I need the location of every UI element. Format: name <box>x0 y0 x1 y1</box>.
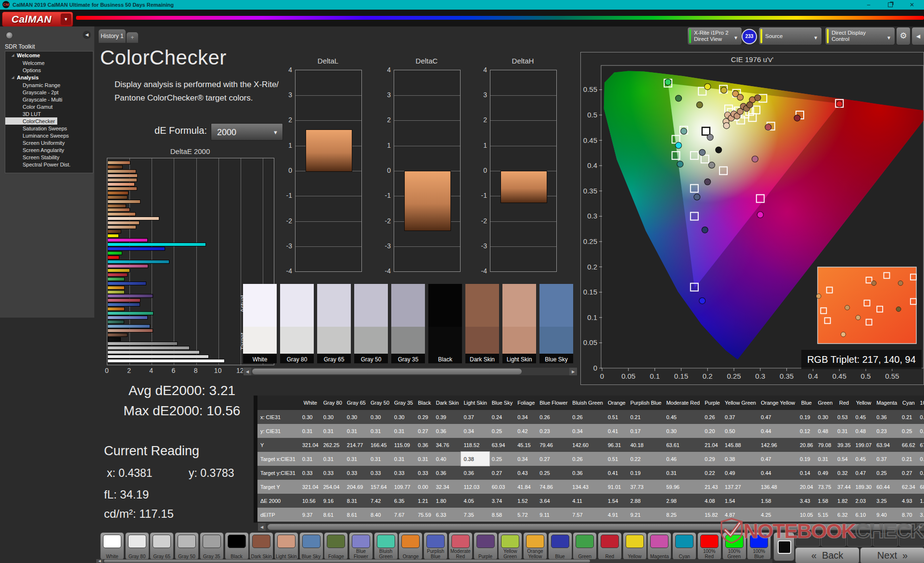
patch-button-yellow-green[interactable]: Yellow Green <box>498 532 522 560</box>
swatch-light-skin[interactable]: Light Skin <box>502 284 536 363</box>
swatch-comparison-strip: WhiteGray 80Gray 65Gray 50Gray 35BlackDa… <box>243 284 577 363</box>
next-button[interactable]: Next » <box>860 547 924 563</box>
sidebar-item-color-gamut[interactable]: Color Gamut <box>5 103 93 110</box>
scroll-right-icon[interactable]: ▶ <box>917 523 924 531</box>
svg-text:0.05: 0.05 <box>621 372 635 380</box>
patch-label: Gray 80 <box>126 548 148 559</box>
swatch-white[interactable]: White <box>243 284 277 363</box>
read-control-button-5[interactable] <box>899 533 924 547</box>
patch-bar-scrollbar[interactable]: ◀ <box>96 559 772 563</box>
sidebar-item-luminance-sweeps[interactable]: Luminance Sweeps <box>5 132 93 139</box>
patch-button-gray-50[interactable]: Gray 50 <box>175 532 199 560</box>
patch-button-white[interactable]: White <box>100 532 124 560</box>
sidebar-item-3d-lut[interactable]: 3D LUT <box>5 110 93 117</box>
patch-button-light-skin[interactable]: Light Skin <box>274 532 298 560</box>
restore-button[interactable] <box>883 0 898 10</box>
cell-orange-yellow-r5: 136.48 <box>758 480 797 494</box>
patch-button-blue[interactable]: Blue <box>548 532 572 560</box>
swatch-blue-sky[interactable]: Blue Sky <box>539 284 573 363</box>
scrollbar-thumb[interactable] <box>268 524 912 530</box>
scroll-left-icon[interactable]: ◀ <box>96 559 103 563</box>
read-control-button-2[interactable] <box>821 533 846 547</box>
swatch-dark-skin[interactable]: Dark Skin <box>465 284 499 363</box>
patch-button-100-green[interactable]: 100% Green <box>722 532 746 560</box>
gridline <box>394 246 460 247</box>
patch-button-cyan[interactable]: Cyan <box>672 532 696 560</box>
scroll-right-icon[interactable]: ▶ <box>569 368 577 375</box>
tab-add-button[interactable]: + <box>126 32 139 43</box>
patch-button-gray-35[interactable]: Gray 35 <box>200 532 224 560</box>
sidebar-item-grayscale-multi[interactable]: Grayscale - Multi <box>5 96 93 103</box>
patch-button-gray-80[interactable]: Gray 80 <box>125 532 149 560</box>
sidebar-radio-button[interactable] <box>6 32 13 39</box>
cell-dark-skin-r7: 6.33 <box>434 508 462 522</box>
patch-button-100-blue[interactable]: 100% Blue <box>747 532 771 560</box>
sidebar-item-screen-uniformity[interactable]: Screen Uniformity <box>5 139 93 146</box>
sidebar-item-screen-stability[interactable]: Screen Stability <box>5 154 93 161</box>
patch-button-foliage[interactable]: Foliage <box>324 532 348 560</box>
swatch-gray-35[interactable]: Gray 35 <box>391 284 425 363</box>
swatch-gray-65[interactable]: Gray 65 <box>317 284 351 363</box>
read-control-button-4[interactable] <box>873 533 898 547</box>
scrollbar-thumb[interactable] <box>104 560 590 563</box>
patch-button-gray-65[interactable]: Gray 65 <box>150 532 174 560</box>
scroll-left-icon[interactable]: ◀ <box>258 523 266 531</box>
read-control-button-3[interactable] <box>847 533 872 547</box>
de-formula-select[interactable]: 2000 ▼ <box>211 123 283 141</box>
swatch-strip-scrollbar[interactable]: ◀ ▶ <box>243 367 578 376</box>
sidebar-item-dynamic-range[interactable]: Dynamic Range <box>5 81 93 89</box>
cell-foliage-r2: 45.15 <box>515 438 537 452</box>
patch-button-black[interactable]: Black <box>225 532 249 560</box>
swatch-gray-80[interactable]: Gray 80 <box>280 284 314 363</box>
source-dropdown[interactable]: Source ▼ <box>758 27 822 45</box>
sidebar-group-analysis[interactable]: ◢Analysis <box>5 74 93 81</box>
patch-button-magenta[interactable]: Magenta <box>647 532 671 560</box>
sidebar-item-spectral-power-dist-[interactable]: Spectral Power Dist. <box>5 161 93 168</box>
sidebar-collapse-button[interactable]: ◀ <box>83 31 91 39</box>
patch-button-blue-sky[interactable]: Blue Sky <box>299 532 323 560</box>
scrollbar-thumb[interactable] <box>252 369 522 374</box>
back-button[interactable]: « Back <box>795 547 860 563</box>
patch-button-orange[interactable]: Orange <box>398 532 423 560</box>
scroll-left-icon[interactable]: ◀ <box>244 368 251 375</box>
cell-yellow-green-r1: 0.50 <box>722 424 758 438</box>
meter-dropdown[interactable]: X-Rite i1Pro 2Direct View ▼ <box>687 27 742 45</box>
patch-button-blue-flower[interactable]: Blue Flower <box>349 532 373 560</box>
patch-button-red[interactable]: Red <box>598 532 622 560</box>
sidebar-item-options[interactable]: Options <box>5 66 93 74</box>
cell-dark-skin-r5: 32.34 <box>434 480 462 494</box>
sidebar-item-colorchecker[interactable]: ColorChecker <box>5 117 57 125</box>
panel-collapse-button[interactable]: ◀ <box>911 27 924 45</box>
patch-button-orange-yellow[interactable]: Orange Yellow <box>523 532 547 560</box>
patch-label: Magenta <box>648 548 670 559</box>
tab-history-1[interactable]: History 1 <box>98 29 126 43</box>
patch-button-purple[interactable]: Purple <box>474 532 498 560</box>
cell-white-r5: 321.04 <box>300 480 321 494</box>
pattern-window-button[interactable] <box>773 532 795 561</box>
close-button[interactable]: ✕ <box>905 0 919 10</box>
patch-button-moderate-red[interactable]: Moderate Red <box>449 532 473 560</box>
cell-blue-sky-r5: 60.03 <box>489 480 515 494</box>
swatch-gray-50[interactable]: Gray 50 <box>354 284 388 363</box>
cell-light-skin-r5: 112.03 <box>461 480 489 494</box>
patch-button-bluish-green[interactable]: Bluish Green <box>374 532 398 560</box>
patch-button-dark-skin[interactable]: Dark Skin <box>249 532 273 560</box>
calman-logo-button[interactable]: CalMAN ▼ <box>2 12 73 27</box>
swatch-black[interactable]: Black <box>428 284 462 363</box>
patch-button-purplish-blue[interactable]: Purplish Blue <box>424 532 448 560</box>
cell-cyan-r2: 66.62 <box>899 438 918 452</box>
table-scrollbar[interactable]: ◀ ▶ <box>257 523 924 531</box>
settings-button[interactable]: ⚙ <box>896 27 911 45</box>
sidebar-item-grayscale-2pt[interactable]: Grayscale - 2pt <box>5 89 93 96</box>
sidebar-item-welcome[interactable]: Welcome <box>5 59 93 66</box>
sidebar-item-saturation-sweeps[interactable]: Saturation Sweeps <box>5 125 93 132</box>
sidebar-item-screen-angularity[interactable]: Screen Angularity <box>5 146 93 154</box>
patch-button-yellow[interactable]: Yellow <box>623 532 647 560</box>
deltae-bar-12 <box>107 212 136 216</box>
minimize-button[interactable]: – <box>861 0 876 10</box>
read-control-button-1[interactable] <box>795 533 820 547</box>
sidebar-group-welcome[interactable]: ◢Welcome <box>5 51 93 59</box>
patch-button-green[interactable]: Green <box>573 532 597 560</box>
display-control-dropdown[interactable]: Direct Display Control ▼ <box>825 27 895 45</box>
patch-button-100-red[interactable]: 100% Red <box>697 532 721 560</box>
